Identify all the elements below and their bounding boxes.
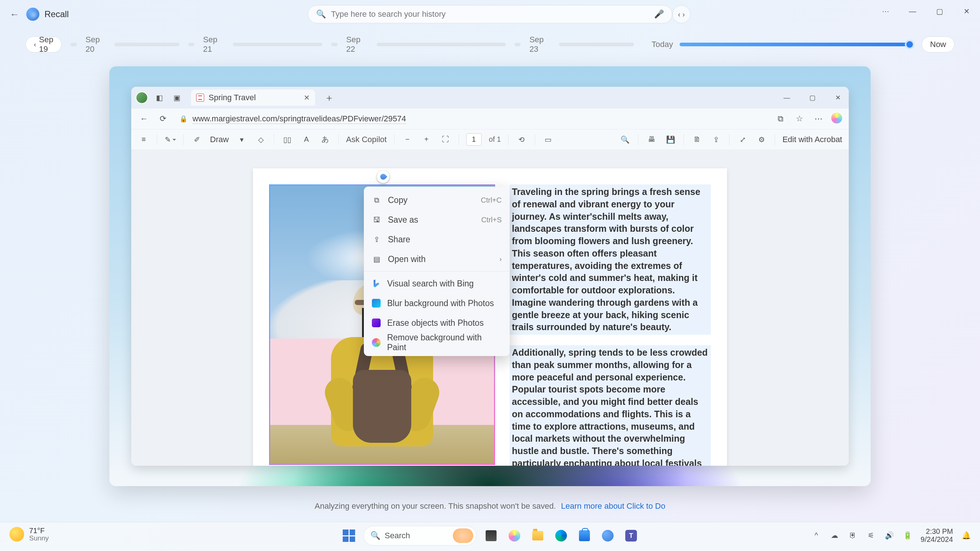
weather-widget[interactable]: 71°FSunny — [10, 527, 49, 542]
back-button[interactable]: ← — [7, 7, 22, 22]
pdf-paragraph[interactable]: Traveling in the spring brings a fresh s… — [510, 184, 711, 335]
browser-refresh-icon[interactable]: ⟳ — [157, 113, 169, 125]
ctx-save-as[interactable]: 🖫Save asCtrl+S — [364, 210, 510, 230]
page-number-input[interactable]: 1 — [466, 133, 482, 146]
new-tab-button[interactable]: ＋ — [323, 92, 336, 104]
task-view-icon[interactable] — [482, 527, 500, 545]
expand-button[interactable]: ‹ › — [672, 5, 690, 23]
profile-avatar-icon[interactable] — [135, 92, 148, 104]
volume-icon[interactable]: 🔊 — [884, 530, 894, 540]
rotate-icon[interactable]: ⟲ — [516, 134, 528, 145]
minimize-icon[interactable]: — — [904, 3, 921, 20]
text-size-icon[interactable]: A — [301, 134, 312, 145]
add-text-icon[interactable]: 🗎 — [691, 134, 703, 145]
print-icon[interactable]: 🖶 — [646, 134, 657, 145]
maximize-icon[interactable]: ▢ — [931, 3, 948, 20]
timeline-segment[interactable] — [188, 43, 194, 46]
onedrive-icon[interactable]: ☁ — [829, 530, 840, 540]
browser-maximize-icon[interactable]: ▢ — [805, 91, 819, 105]
favorite-icon[interactable]: ☆ — [793, 113, 806, 125]
timeline[interactable]: ‹Sep 19 Sep 20 Sep 21 Sep 22 Sep 23 Toda… — [25, 35, 955, 54]
search-icon: 🔍 — [371, 531, 380, 540]
address-bar[interactable]: 🔒 www.margiestravel.com/springtravelidea… — [176, 111, 763, 126]
start-button[interactable] — [340, 527, 358, 545]
search-highlight-icon — [453, 529, 473, 543]
timeline-segment[interactable] — [331, 43, 337, 46]
timeline-segment[interactable] — [559, 43, 635, 46]
history-search-input[interactable] — [331, 10, 654, 19]
timeline-date: Sep 20 — [86, 35, 108, 54]
timeline-segment[interactable] — [514, 43, 520, 46]
tray-chevron-icon[interactable]: ^ — [811, 530, 821, 540]
notifications-icon[interactable]: 🔔 — [961, 530, 971, 540]
lock-icon[interactable]: 🔒 — [180, 115, 188, 123]
timeline-thumb[interactable] — [905, 40, 915, 49]
timeline-now-button[interactable]: Now — [922, 37, 955, 52]
draw-label[interactable]: Draw — [210, 135, 229, 144]
pdf-icon — [196, 94, 204, 102]
ask-copilot-button[interactable]: Ask Copilot — [346, 135, 387, 144]
edge-icon[interactable] — [552, 527, 570, 545]
share-pdf-icon[interactable]: ⇪ — [710, 134, 722, 145]
timeline-date: Sep 23 — [530, 35, 552, 54]
ctx-open-with[interactable]: ▤Open with› — [364, 249, 510, 269]
close-icon[interactable]: ✕ — [958, 3, 975, 20]
file-explorer-icon[interactable] — [529, 527, 547, 545]
ctx-remove-background-paint[interactable]: Remove background with Paint — [364, 333, 510, 353]
timeline-start-date[interactable]: ‹Sep 19 — [25, 37, 62, 52]
clock[interactable]: 2:30 PM9/24/2024 — [921, 527, 953, 543]
browser-back-icon[interactable]: ← — [138, 113, 150, 125]
draw-dropdown-icon[interactable]: ▾ — [236, 134, 248, 145]
ctx-share[interactable]: ⇪Share — [364, 230, 510, 249]
ctx-visual-search-bing[interactable]: Visual search with Bing — [364, 274, 510, 293]
find-icon[interactable]: 🔍 — [619, 134, 631, 145]
browser-more-icon[interactable]: ⋯ — [812, 113, 825, 125]
ctx-blur-background[interactable]: Blur background with Photos — [364, 293, 510, 313]
timeline-segment[interactable] — [70, 43, 76, 46]
copilot-taskbar-icon[interactable] — [506, 527, 523, 545]
more-icon[interactable]: ⋯ — [877, 3, 894, 20]
highlight-icon[interactable]: ✎ — [164, 134, 176, 145]
taskbar-search[interactable]: 🔍Search — [363, 526, 477, 546]
pdf-paragraph[interactable]: Additionally, spring tends to be less cr… — [510, 345, 711, 466]
wifi-icon[interactable]: ⚟ — [866, 530, 876, 540]
copilot-icon[interactable] — [831, 113, 842, 124]
app-title: Recall — [45, 9, 69, 19]
two-page-icon[interactable]: ▯▯ — [282, 134, 293, 145]
contents-icon[interactable]: ≡ — [138, 134, 150, 145]
settings-icon[interactable]: ⚙ — [756, 134, 767, 145]
browser-close-icon[interactable]: ✕ — [830, 91, 845, 105]
browser-tab[interactable]: Spring Travel ✕ — [191, 90, 315, 106]
copilot-app-icon[interactable] — [599, 527, 617, 545]
tab-close-icon[interactable]: ✕ — [304, 93, 310, 102]
tab-actions-icon[interactable]: ▣ — [170, 92, 183, 104]
ctx-copy[interactable]: ⧉CopyCtrl+C — [364, 190, 510, 210]
save-icon[interactable]: 💾 — [665, 134, 676, 145]
timeline-segment[interactable] — [115, 43, 179, 46]
zoom-out-icon[interactable]: − — [402, 134, 414, 145]
teams-icon[interactable] — [622, 527, 640, 545]
zoom-in-icon[interactable]: + — [421, 134, 433, 145]
fit-page-icon[interactable]: ⛶ — [440, 134, 451, 145]
mic-icon[interactable]: 🎤 — [654, 10, 664, 19]
battery-icon[interactable]: 🔋 — [902, 530, 913, 540]
read-aloud-icon[interactable]: ▭ — [542, 134, 554, 145]
draw-pen-icon[interactable]: ✐ — [191, 134, 203, 145]
workspaces-icon[interactable]: ◧ — [153, 92, 165, 104]
date-label: 9/24/2024 — [921, 535, 953, 543]
ctx-erase-objects[interactable]: Erase objects with Photos — [364, 313, 510, 333]
timeline-segment[interactable] — [377, 43, 506, 46]
collections-icon[interactable]: ⧉ — [775, 113, 787, 125]
history-search[interactable]: 🔍 🎤 — [308, 5, 672, 23]
translate-icon[interactable]: あ — [320, 134, 331, 145]
store-icon[interactable] — [576, 527, 593, 545]
timeline-active-segment[interactable] — [679, 43, 913, 46]
browser-minimize-icon[interactable]: — — [780, 91, 794, 105]
security-icon[interactable]: ⛨ — [848, 530, 858, 540]
edit-acrobat-button[interactable]: Edit with Acrobat — [783, 135, 842, 144]
timeline-segment[interactable] — [233, 43, 323, 46]
erase-icon[interactable]: ◇ — [255, 134, 267, 145]
fullscreen-icon[interactable]: ⤢ — [737, 134, 748, 145]
footer-learn-more-link[interactable]: Learn more about Click to Do — [561, 502, 665, 511]
page-count-label: of 1 — [489, 135, 501, 144]
